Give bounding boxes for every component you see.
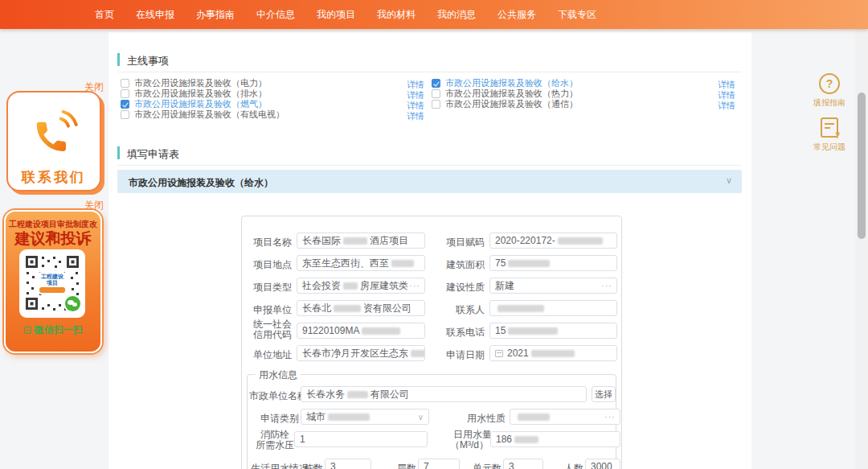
redacted-text xyxy=(508,327,558,335)
nav-item-my-projects[interactable]: 我的项目 xyxy=(317,8,355,22)
redacted-text xyxy=(411,350,425,357)
checkbox-cable-tv[interactable] xyxy=(121,110,129,119)
water-unit-name-field[interactable]: 长春水务有限公司 xyxy=(301,386,587,402)
scan-icon xyxy=(24,327,31,334)
phone-field[interactable]: 15 xyxy=(489,323,617,339)
contact-us-title: 联系我们 xyxy=(8,168,100,187)
nav-item-guide[interactable]: 办事指南 xyxy=(196,8,235,22)
field-text: 社会投资 xyxy=(302,279,341,293)
redacted-text xyxy=(362,327,400,335)
redacted-text xyxy=(391,260,414,267)
project-address-field[interactable]: 东至生态西街、西至 xyxy=(297,255,425,271)
contact-us-card[interactable]: 联系我们 xyxy=(6,91,101,191)
phone-label: 联系电话 xyxy=(440,326,485,339)
top-navbar: 首页 在线申报 办事指南 中介信息 我的项目 我的材料 我的消息 公共服务 下载… xyxy=(0,0,868,29)
field-text: 城市 xyxy=(306,410,326,424)
credit-code-field[interactable]: 91220109MA xyxy=(297,323,425,339)
buildings-field[interactable]: 3 xyxy=(325,459,371,469)
field-text: 2020-220172- xyxy=(495,235,555,246)
more-icon[interactable]: ··· xyxy=(601,281,612,290)
nav-item-public-service[interactable]: 公共服务 xyxy=(497,8,536,22)
redacted-text xyxy=(334,305,361,312)
hydrant-pressure-field[interactable]: 1 xyxy=(294,431,428,447)
section-title: 填写申请表 xyxy=(127,147,179,162)
field-text: 新建 xyxy=(495,279,514,293)
question-circle-icon[interactable]: ? xyxy=(819,73,840,94)
buildings-label: 栋数 xyxy=(304,462,323,469)
nav-item-my-messages[interactable]: 我的消息 xyxy=(437,8,476,22)
section-accent-bar xyxy=(117,146,120,159)
declare-unit-field[interactable]: 长春北资有限公司 xyxy=(297,300,425,316)
detail-link-cable-tv[interactable]: 详情 xyxy=(407,110,424,122)
project-name-field[interactable]: 长春国际酒店项目 xyxy=(297,232,425,249)
complaint-title-line2: 建议和投诉 xyxy=(6,228,100,249)
qr-center-line1: 工程建设 xyxy=(35,269,70,280)
floors-field[interactable]: 7 xyxy=(418,459,460,469)
redacted-text xyxy=(343,282,358,290)
redacted-text xyxy=(497,305,544,312)
floors-label: 层数 xyxy=(397,462,416,469)
nav-item-online-apply[interactable]: 在线申报 xyxy=(136,8,174,22)
nav-item-home[interactable]: 首页 xyxy=(95,8,114,22)
scrollbar-thumb[interactable] xyxy=(858,93,866,239)
people-field[interactable]: 3000 xyxy=(585,459,620,469)
checkbox-electric[interactable] xyxy=(121,79,129,88)
wechat-icon xyxy=(65,296,80,311)
matter-row-cable-tv: 市政公用设施报装及验收（有线电视） xyxy=(121,109,285,120)
redacted-text xyxy=(347,391,368,398)
nav-item-agency-info[interactable]: 中介信息 xyxy=(256,8,295,22)
nav-items: 首页 在线申报 办事指南 中介信息 我的项目 我的材料 我的消息 公共服务 下载… xyxy=(95,0,596,29)
phone-icon xyxy=(29,102,79,167)
project-address-label: 项目地点 xyxy=(247,258,292,272)
build-nature-field[interactable]: 新建 ··· xyxy=(489,278,617,294)
matter-row-telecom: 市政公用设施报装及验收（通信） xyxy=(432,99,578,109)
more-icon[interactable]: ··· xyxy=(604,412,616,422)
water-nature-field[interactable]: ··· xyxy=(510,409,620,425)
people-label: 人数 xyxy=(564,462,583,469)
more-icon[interactable]: ··· xyxy=(409,281,420,290)
project-name-label: 项目名称 xyxy=(247,236,292,249)
application-form: 项目名称 长春国际酒店项目 项目赋码 2020-220172- 项目地点 东至生… xyxy=(241,216,622,469)
nav-item-my-materials[interactable]: 我的材料 xyxy=(377,8,416,22)
accordion-water-supply[interactable]: 市政公用设施报装及验收（给水） ∨ xyxy=(117,170,742,193)
units-label: 单元数 xyxy=(473,462,502,469)
checkbox-water-supply[interactable] xyxy=(432,79,440,88)
checkbox-heating[interactable] xyxy=(432,89,440,98)
redacted-text xyxy=(514,436,538,443)
chevron-down-icon[interactable]: ∨ xyxy=(418,413,424,422)
unit-address-field[interactable]: 长春市净月开发区生态东 xyxy=(297,345,425,361)
build-area-field[interactable]: 75 xyxy=(489,255,617,271)
document-question-icon[interactable]: ? xyxy=(821,117,838,138)
checkbox-drainage[interactable] xyxy=(121,89,129,98)
guide-label[interactable]: 填报指南 xyxy=(809,97,850,109)
field-text: 91220109MA xyxy=(302,325,359,336)
wechat-scan-label: 微信扫一扫 xyxy=(6,323,100,337)
contact-person-field[interactable] xyxy=(489,300,617,316)
chevron-down-icon[interactable]: ∨ xyxy=(726,175,732,186)
faq-label[interactable]: 常见问题 xyxy=(809,142,850,153)
apply-type-select[interactable]: 城市 ∨ xyxy=(301,409,429,425)
field-text: 75 xyxy=(495,257,506,269)
declare-unit-label: 申报单位 xyxy=(247,303,292,317)
daily-usage-field[interactable]: 186 xyxy=(490,431,620,447)
field-text: 3000 xyxy=(591,461,612,469)
qr-center-line2: 项目 xyxy=(35,280,70,286)
complaint-qr-card[interactable]: 工程建设项目审批制度改革 建议和投诉 工程建设 项目 xyxy=(4,210,102,353)
nav-item-download-zone[interactable]: 下载专区 xyxy=(558,8,596,22)
contact-person-label: 联系人 xyxy=(440,303,485,317)
section-main-matters: 主线事项 xyxy=(117,48,742,72)
project-type-field[interactable]: 社会投资房屋建筑类 ··· xyxy=(297,278,425,294)
checkbox-gas[interactable] xyxy=(121,100,129,109)
units-field[interactable]: 3 xyxy=(503,459,543,469)
page-root: 首页 在线申报 办事指南 中介信息 我的项目 我的材料 我的消息 公共服务 下载… xyxy=(0,0,868,469)
redacted-text xyxy=(558,237,603,245)
project-code-field[interactable]: 2020-220172- xyxy=(489,232,617,249)
scrollbar-track[interactable] xyxy=(855,29,868,469)
water-info-group: 用水信息 市政单位名称 长春水务有限公司 选择 申请类别 城市 ∨ 用水性质 ·… xyxy=(247,374,616,469)
section-title: 主线事项 xyxy=(127,54,169,68)
detail-link-telecom[interactable]: 详情 xyxy=(718,100,735,112)
select-button[interactable]: 选择 xyxy=(592,386,616,402)
apply-date-field[interactable]: 2021 xyxy=(489,345,617,361)
checkbox-telecom[interactable] xyxy=(432,100,440,109)
qr-code: 工程建设 项目 xyxy=(19,249,85,318)
